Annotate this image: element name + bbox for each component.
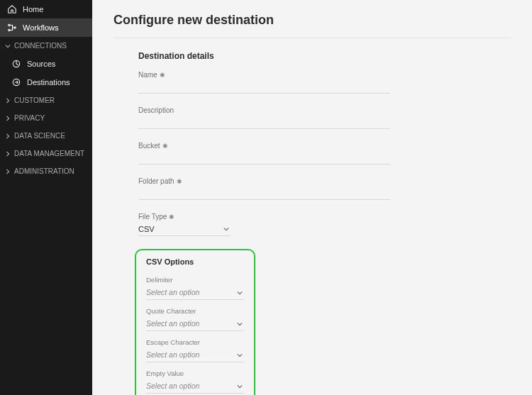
- sidebar-section-data-management[interactable]: DATA MANAGEMENT: [0, 145, 92, 162]
- field-description: Description: [138, 106, 390, 129]
- csv-field-quote-character: Quote Character Select an option: [146, 307, 244, 331]
- destinations-icon: [11, 77, 21, 87]
- sidebar-section-label: PRIVACY: [14, 114, 45, 122]
- sidebar-section-administration[interactable]: ADMINISTRATION: [0, 162, 92, 180]
- csv-field-delimiter: Delimiter Select an option: [146, 276, 244, 300]
- field-label: Description: [138, 106, 390, 114]
- sidebar-section-label: ADMINISTRATION: [14, 167, 74, 175]
- csv-field-empty-value: Empty Value Select an option: [146, 369, 244, 394]
- required-icon: ✱: [169, 213, 174, 221]
- chevron-right-icon: [4, 150, 11, 157]
- select-placeholder: Select an option: [146, 350, 199, 359]
- chevron-down-icon: [223, 226, 229, 232]
- sidebar: Home Workflows CONNECTIONS Sources Desti…: [0, 0, 92, 395]
- field-label: Escape Character: [146, 338, 244, 346]
- chevron-right-icon: [4, 133, 11, 140]
- field-bucket: Bucket ✱: [138, 142, 390, 165]
- chevron-down-icon: [237, 352, 243, 358]
- sidebar-item-sources[interactable]: Sources: [4, 55, 92, 73]
- chevron-right-icon: [4, 97, 11, 104]
- required-icon: ✱: [160, 72, 165, 79]
- csv-options-title: CSV Options: [146, 257, 244, 266]
- chevron-right-icon: [4, 115, 11, 122]
- chevron-down-icon: [237, 321, 243, 327]
- chevron-down-icon: [4, 43, 11, 50]
- quote-character-select[interactable]: Select an option: [146, 317, 244, 331]
- sidebar-sub-connections: Sources Destinations: [0, 55, 92, 91]
- field-file-type: File Type ✱ CSV: [138, 213, 390, 236]
- destination-form: Name ✱ Description Bucket ✱ Folder path …: [113, 71, 390, 236]
- delimiter-select[interactable]: Select an option: [146, 286, 244, 300]
- field-label: Delimiter: [146, 276, 244, 284]
- sidebar-section-label: DATA MANAGEMENT: [14, 150, 84, 157]
- chevron-right-icon: [4, 168, 11, 175]
- select-placeholder: Select an option: [146, 382, 199, 390]
- chevron-down-icon: [237, 384, 243, 389]
- main-content: Configure new destination Destination de…: [92, 0, 532, 395]
- name-input[interactable]: [138, 81, 390, 94]
- sidebar-section-data-science[interactable]: DATA SCIENCE: [0, 127, 92, 145]
- sidebar-item-destinations[interactable]: Destinations: [4, 73, 92, 91]
- home-icon: [7, 4, 17, 14]
- select-placeholder: Select an option: [146, 288, 199, 296]
- sidebar-section-privacy[interactable]: PRIVACY: [0, 109, 92, 127]
- empty-value-select[interactable]: Select an option: [146, 379, 244, 394]
- field-label: Quote Character: [146, 307, 244, 315]
- section-title: Destination details: [113, 51, 511, 61]
- select-value: CSV: [138, 225, 155, 233]
- sidebar-item-workflows[interactable]: Workflows: [0, 18, 92, 37]
- sidebar-item-label: Workflows: [23, 23, 59, 32]
- field-label: Bucket ✱: [138, 142, 390, 150]
- field-name: Name ✱: [138, 71, 390, 94]
- description-input[interactable]: [138, 116, 390, 129]
- workflow-icon: [7, 23, 17, 33]
- sidebar-item-label: Sources: [27, 60, 55, 68]
- select-placeholder: Select an option: [146, 319, 199, 328]
- escape-character-select[interactable]: Select an option: [146, 348, 244, 362]
- sidebar-item-label: Destinations: [27, 78, 70, 87]
- required-icon: ✱: [162, 143, 168, 150]
- svg-point-1: [9, 29, 10, 30]
- bucket-input[interactable]: [138, 152, 390, 165]
- sidebar-section-label: DATA SCIENCE: [14, 132, 65, 140]
- sidebar-item-home[interactable]: Home: [0, 0, 92, 18]
- svg-point-2: [14, 27, 16, 28]
- sidebar-section-customer[interactable]: CUSTOMER: [0, 91, 92, 109]
- sidebar-section-connections[interactable]: CONNECTIONS: [0, 37, 92, 55]
- csv-field-escape-character: Escape Character Select an option: [146, 338, 244, 362]
- field-folder-path: Folder path ✱: [138, 177, 390, 200]
- divider: [113, 38, 511, 38]
- sidebar-section-label: CUSTOMER: [14, 96, 55, 104]
- required-icon: ✱: [177, 178, 182, 185]
- svg-point-0: [9, 24, 10, 26]
- sidebar-item-label: Home: [23, 5, 43, 13]
- field-label: Name ✱: [138, 71, 390, 79]
- page-title: Configure new destination: [113, 13, 511, 28]
- sources-icon: [11, 59, 21, 69]
- csv-options-box: CSV Options Delimiter Select an option Q…: [135, 249, 255, 395]
- sidebar-section-label: CONNECTIONS: [14, 42, 67, 50]
- folder-path-input[interactable]: [138, 187, 390, 200]
- chevron-down-icon: [237, 290, 243, 296]
- file-type-select[interactable]: CSV: [138, 223, 231, 236]
- field-label: Empty Value: [146, 369, 244, 377]
- field-label: Folder path ✱: [138, 177, 390, 185]
- field-label: File Type ✱: [138, 213, 390, 221]
